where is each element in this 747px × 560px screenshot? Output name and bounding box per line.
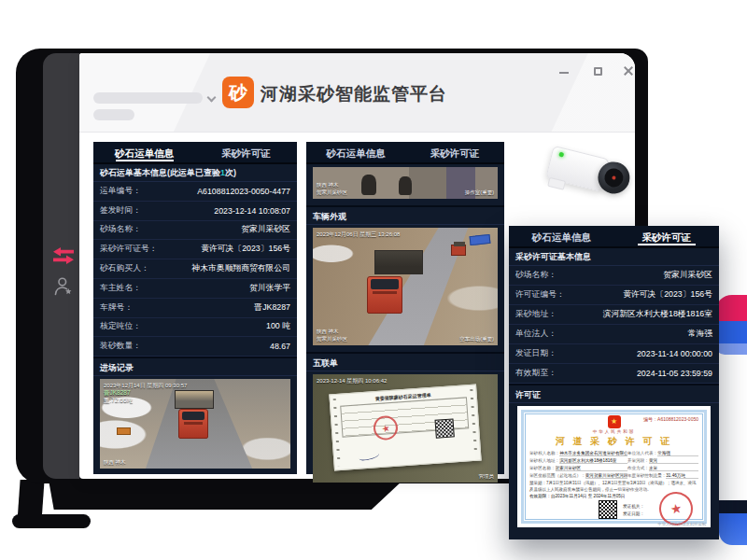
table-row: 有效期至：2024-11-05 23:59:59 [509, 364, 719, 384]
table-row: 运单编号：A6108812023-0050-4477 [93, 182, 297, 202]
vehicle-exterior-camera-image: 2023年12月06日 星期三 13:26:08 陕西 神木贺家川采砂区 空车出… [313, 228, 498, 345]
maximize-icon[interactable] [591, 64, 604, 77]
vehicle-section-title: 车辆外观 [306, 205, 504, 225]
table-row: 单位法人：常海强 [509, 325, 719, 344]
monitor-stand-base [12, 514, 91, 528]
monitor-stand [49, 480, 403, 510]
table-row: 砂场名称：贺家川采砂区 [93, 221, 297, 241]
user-settings-icon[interactable] [52, 275, 75, 298]
minimize-icon[interactable] [557, 66, 571, 79]
close-icon[interactable] [622, 64, 635, 77]
operator-room-camera-image: 陕西 神木贺家川采砂区 操作室(重要) [313, 167, 498, 199]
location-overlay: 陕西 神木贺家川采砂区 [317, 182, 347, 196]
weight-overlay: 重:72.66吨 [104, 397, 133, 405]
distant-truck [451, 245, 466, 256]
certificate-frame: 编号：A6108812023-0050 ★ 中华人民共和国 河 道 采 砂 许 … [521, 410, 707, 524]
app-side-rail [43, 53, 79, 479]
camera-panel-tabs: 砂石运单信息 采砂许可证 [306, 142, 504, 164]
permit-panel-tabs: 砂石运单信息 采砂许可证 [509, 226, 719, 248]
tab-waybill-info[interactable]: 砂石运单信息 [93, 142, 195, 162]
license-certificate-image: 编号：A6108812023-0050 ★ 中华人民共和国 河 道 采 砂 许 … [517, 406, 711, 527]
form-section-title: 五联单 [306, 352, 504, 371]
decorative-magenta-shape [715, 295, 747, 321]
hero-mockup-scene: 砂 河湖采砂智能监管平台 砂石运单信息 采砂许可证 砂石运单基本信息(此运单已查… [0, 0, 747, 560]
page-title: 河湖采砂智能监管平台 [261, 82, 447, 106]
decorative-lightblue-shape [715, 343, 747, 355]
tab-waybill-info[interactable]: 砂石运单信息 [509, 226, 614, 246]
camera-tag-overlay: 操作室(重要) [465, 189, 494, 196]
five-copy-form-camera-image: 黄委晋陕蒙砂石采运管理单 ★ 2023-12-14 星期四 10:06:42 管… [313, 374, 498, 483]
certificate-footer: 中华人民共和国水利部监制 [657, 522, 706, 526]
signature [359, 451, 380, 462]
decorative-blue-shape-bottom [719, 513, 747, 545]
table-row: 装砂数量：48.67 [93, 337, 297, 357]
chevron-down-icon[interactable] [207, 93, 217, 103]
table-row: 发证日期：2023-11-14 00:00:00 [509, 344, 719, 364]
certificate-serial: 编号：A6108812023-0050 [643, 416, 698, 422]
swap-arrows-icon[interactable] [50, 245, 77, 266]
table-row: 采砂许可证号：黄许可决〔2023〕156号 [93, 240, 297, 259]
qr-code [435, 418, 455, 438]
camera-tag-overlay: 管理员 [479, 473, 495, 480]
paper-document: 黄委晋陕蒙砂石采运管理单 ★ [329, 385, 481, 471]
certificate-notes: 禁采期：7月1日至10月31日（汛期）、12月1日至翌年3月10日（凌汛期）；遇… [529, 481, 698, 493]
swap-arrows-glyph [51, 246, 76, 265]
header-dropdown-placeholder[interactable] [93, 92, 203, 104]
camera-timestamp: 2023-12-14 星期四 10:06:42 [317, 377, 387, 385]
location-overlay: 陕西 神木 [104, 459, 126, 466]
table-row: 砂场名称：贺家川采砂区 [509, 266, 719, 286]
camera-timestamp: 2023年12月06日 星期三 13:26:08 [317, 231, 400, 239]
waybill-panel: 砂石运单信息 采砂许可证 砂石运单基本信息(此运单已查验1次) 运单编号：A61… [93, 142, 297, 474]
person-figure [361, 175, 376, 195]
table-row: 砂石购买人：神木市奥顺翔商贸有限公司 [93, 259, 297, 279]
certificate-bottom: 发证机关：发证日期： ★ [529, 499, 698, 522]
table-row: 签发时间：2023-12-14 10:08:07 [93, 202, 297, 221]
table-row: 核定吨位：100 吨 [93, 318, 297, 338]
table-row: 许可证编号：黄许可决〔2023〕156号 [509, 286, 719, 305]
qr-code [599, 500, 617, 519]
license-section-title: 许可证 [509, 384, 719, 403]
permit-panel: 砂石运单信息 采砂许可证 采砂许可证基本信息 砂场名称：贺家川采砂区 许可证编号… [509, 226, 719, 539]
national-emblem: ★ [608, 415, 621, 428]
table-row: 车牌号：晋JK8287 [93, 299, 297, 318]
entry-record-section-title: 进场记录 [93, 357, 297, 376]
certificate-fields: 采砂权人名称：神木市水务集团金石河道采砂有限公司单位法人代表：常海强 采砂权人地… [529, 450, 698, 480]
table-row: 采砂地址：滨河新区水利大楼18楼1816室 [509, 305, 719, 325]
location-overlay: 陕西 神木贺家川采砂区 [317, 329, 347, 343]
app-logo: 砂 [222, 77, 254, 108]
camera-tag-overlay: 空车出场(重要) [459, 336, 494, 343]
camera-panel: 砂石运单信息 采砂许可证 陕西 神木贺家川采砂区 操作室(重要) 车辆外观 20… [306, 142, 504, 474]
waybill-section-title: 砂石运单基本信息(此运单已查验1次) [93, 164, 297, 182]
app-logo-char: 砂 [229, 80, 247, 105]
blue-road-sign [470, 234, 491, 245]
decorative-blue-shape [715, 321, 747, 343]
header-subtext-placeholder [93, 109, 134, 120]
tab-mining-permit[interactable]: 采砂许可证 [195, 142, 297, 162]
tab-mining-permit[interactable]: 采砂许可证 [405, 142, 504, 162]
user-settings-glyph [53, 276, 74, 297]
tab-mining-permit[interactable]: 采砂许可证 [614, 226, 720, 246]
tractor-feed-holes [470, 389, 477, 456]
person-figure [399, 176, 412, 195]
app-header: 砂 河湖采砂智能监管平台 [79, 53, 635, 133]
certificate-title: 河 道 采 砂 许 可 证 [529, 435, 698, 448]
waybill-panel-tabs: 砂石运单信息 采砂许可证 [93, 142, 297, 164]
tab-waybill-info[interactable]: 砂石运单信息 [306, 142, 405, 162]
certificate-country: 中华人民共和国 [529, 429, 698, 434]
entry-record-camera-image: 2023年12月14日 星期四 09:30:57 晋JK8287 重:72.66… [100, 379, 290, 469]
table-row: 车主姓名：贺川张学平 [93, 279, 297, 299]
permit-section-title: 采砂许可证基本信息 [509, 248, 719, 266]
certificate-issuer: 发证机关：发证日期： [623, 503, 644, 519]
orange-road-sign [117, 427, 131, 435]
